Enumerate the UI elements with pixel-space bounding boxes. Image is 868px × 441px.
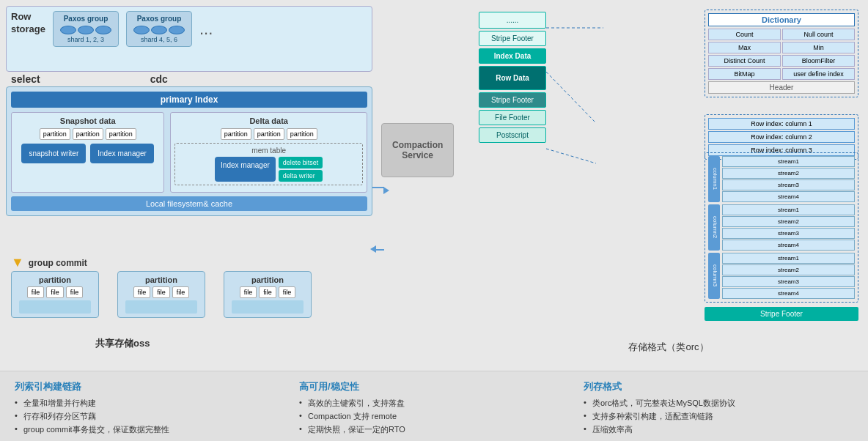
col1-streams: stream1 stream2 stream3 stream4	[722, 156, 855, 202]
bottom-col-2-title: 高可用/稳定性	[299, 380, 569, 393]
count-cell: Count	[708, 29, 781, 40]
file-chip: file	[279, 286, 296, 298]
dictionary-area: Dictionary Count Null count Max Min Dist…	[705, 10, 858, 97]
list-item: 支持多种索引构建，适配查询链路	[584, 411, 853, 422]
mem-table-label: mem table	[178, 147, 359, 155]
disks-2	[133, 26, 185, 34]
disks-1	[59, 26, 112, 34]
min-cell: Min	[782, 42, 855, 53]
file-chip: file	[46, 286, 64, 298]
delta-index-manager-btn[interactable]: Index manager	[215, 157, 276, 182]
dots: ...	[199, 20, 213, 39]
index-manager-btn[interactable]: Index manager	[90, 144, 154, 163]
user-define-cell: user define index	[782, 68, 855, 80]
main-container: Row storage Paxos group shard 1, 2, 3	[0, 0, 868, 441]
file-chip: file	[27, 286, 45, 298]
delta-box: Delta data partition partition partition…	[170, 112, 367, 193]
partitions-row: partition file file file partition file …	[11, 271, 312, 318]
list-item: 全量和增量并行构建	[15, 398, 284, 409]
delete-bitset-btn[interactable]: delete bitset	[279, 157, 323, 168]
stream-1-3: stream3	[722, 179, 855, 190]
partition-chip: partition	[254, 128, 284, 140]
stream-2-2: stream2	[722, 216, 855, 227]
dict-row-1: Count Null count	[708, 29, 855, 40]
list-item: Compaction 支持 remote	[299, 411, 569, 422]
file-chip: file	[259, 286, 276, 298]
partition-label-1: partition	[19, 275, 91, 284]
stream-2-1: stream1	[722, 204, 855, 215]
file-chip: file	[172, 286, 190, 298]
right-inner: ...... Stripe Footer Index Data Row Data…	[475, 6, 862, 365]
header-label: Header	[708, 81, 855, 94]
file-row-1: file file file	[19, 286, 91, 298]
select-label: select	[11, 73, 40, 85]
file-chip: file	[133, 286, 151, 298]
snapshot-partitions: partition partition partition	[15, 128, 160, 140]
right-diagram: ...... Stripe Footer Index Data Row Data…	[469, 0, 868, 371]
row-storage-text: Row storage	[11, 11, 45, 36]
partition-label-2: partition	[125, 275, 197, 284]
stream-1-1: stream1	[722, 156, 855, 167]
bottom-col-2: 高可用/稳定性 高效的主键索引，支持落盘 Compaction 支持 remot…	[299, 380, 569, 437]
list-item: 压缩效率高	[584, 424, 853, 435]
group-commit-label: group commit	[29, 258, 87, 268]
orc-dots: ......	[479, 12, 546, 29]
bottom-col-1: 列索引构建链路 全量和增量并行构建 行存和列存分区节藕 group commit…	[15, 380, 284, 437]
stream-2-3: stream3	[722, 228, 855, 239]
bottom-col-1-title: 列索引构建链路	[15, 380, 284, 393]
paxos-group-2-label: Paxos group	[133, 15, 185, 23]
file-bar-2	[125, 300, 197, 314]
col-stream-area: column1 stream1 stream2 stream3 stream4 …	[705, 152, 858, 303]
bottom-col-3-list: 类orc格式，可完整表达MySQL数据协议 支持多种索引构建，适配查询链路 压缩…	[584, 398, 853, 435]
stream-3-3: stream3	[722, 276, 855, 287]
disk	[95, 26, 111, 34]
list-item: 定期快照，保证一定的RTO	[299, 424, 569, 435]
bottom-section: 列索引构建链路 全量和增量并行构建 行存和列存分区节藕 group commit…	[0, 371, 868, 441]
disk	[133, 26, 150, 34]
snapshot-writer-btn[interactable]: snapshot writer	[21, 144, 86, 163]
disk	[169, 26, 185, 34]
dict-row-4: BitMap user define index	[708, 68, 855, 80]
list-item: 高效的主键索引，支持落盘	[299, 398, 569, 409]
stream-2-4: stream4	[722, 240, 855, 251]
partition-chip: partition	[106, 128, 136, 140]
down-arrow-icon: ▼	[11, 255, 24, 270]
disk	[78, 26, 94, 34]
stripe-footer-bottom: Stripe Footer	[705, 307, 858, 321]
arrow-right-1	[372, 187, 384, 188]
orc-file-footer: File Footer	[479, 110, 546, 125]
list-item: 行存和列存分区节藕	[15, 411, 284, 422]
disk	[60, 26, 76, 34]
stream-3-2: stream2	[722, 264, 855, 275]
svg-line-2	[546, 149, 596, 163]
paxos-group-1-label: Paxos group	[59, 15, 112, 23]
column1-label: column1	[708, 156, 720, 202]
orc-index-data: Index Data	[479, 48, 546, 64]
file-row-2: file file file	[125, 286, 197, 298]
bloom-filter-cell: BloomFilter	[782, 55, 855, 67]
col3-group: column3 stream1 stream2 stream3 stream4	[708, 253, 855, 299]
file-bar-3	[232, 300, 304, 314]
shard-label-2: shard 4, 5, 6	[133, 36, 185, 43]
partition-chip: partition	[221, 128, 251, 140]
delta-writer-btn[interactable]: delta writer	[279, 170, 323, 182]
top-section: Row storage Paxos group shard 1, 2, 3	[0, 0, 868, 371]
delta-title: Delta data	[174, 116, 363, 125]
disk	[151, 26, 167, 34]
shard-label-1: shard 1, 2, 3	[59, 36, 112, 43]
bottom-col-3: 列存格式 类orc格式，可完整表达MySQL数据协议 支持多种索引构建，适配查询…	[584, 380, 853, 437]
partition-chip: partition	[73, 128, 103, 140]
file-chip: file	[66, 286, 84, 298]
dict-row-3: Distinct Count BloomFilter	[708, 55, 855, 67]
orc-left-column: ...... Stripe Footer Index Data Row Data…	[479, 12, 546, 143]
delta-right-btns: delete bitset delta writer	[279, 157, 323, 182]
partition-storage-1: partition file file file	[11, 271, 99, 318]
stream-1-2: stream2	[722, 168, 855, 179]
snapshot-buttons: snapshot writer Index manager	[15, 144, 160, 163]
arrow-head-right-1	[383, 187, 389, 194]
bottom-col-2-list: 高效的主键索引，支持落盘 Compaction 支持 remote 定期快照，保…	[299, 398, 569, 435]
null-count-cell: Null count	[782, 29, 855, 40]
arrow-head-left-2	[370, 245, 376, 253]
partition-chip: partition	[287, 128, 317, 140]
list-item: 类orc格式，可完整表达MySQL数据协议	[584, 398, 853, 409]
